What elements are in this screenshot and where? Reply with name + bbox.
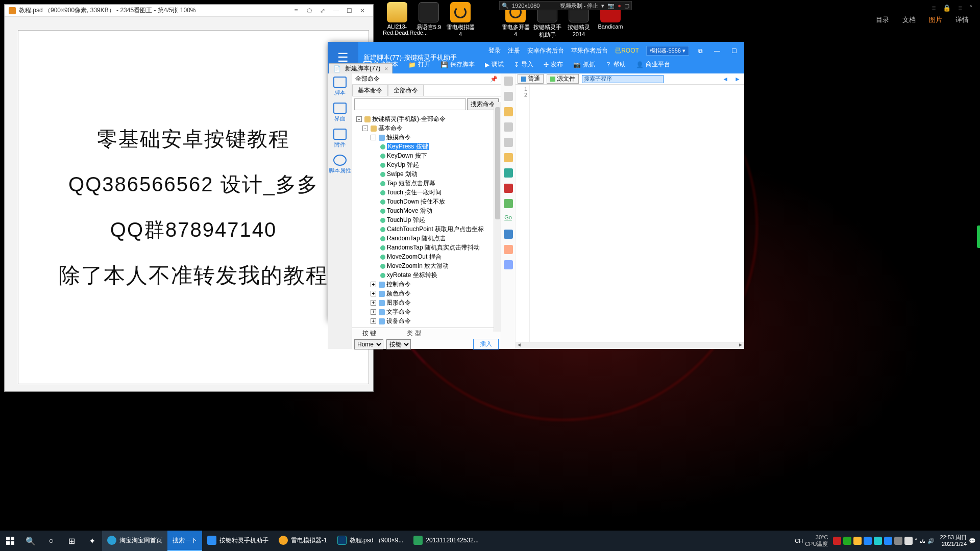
tree-group-touch[interactable]: 触摸命令 xyxy=(386,134,411,141)
rail-attachment[interactable]: 附件 xyxy=(333,129,347,148)
viewer-titlebar[interactable]: 教程.psd （900×900像素, 339KB） - 2345看图王 - 第4… xyxy=(5,5,373,17)
network-icon[interactable]: 🖧 xyxy=(920,538,925,544)
tree-item[interactable]: KeyDown 按下 xyxy=(387,152,427,159)
tree-group[interactable]: 图形命令 xyxy=(386,299,411,306)
dropdown-icon[interactable]: ▾ xyxy=(601,3,604,9)
volume-icon[interactable]: 🔊 xyxy=(927,538,935,544)
tab-close-icon[interactable]: × xyxy=(384,65,388,72)
tree-item[interactable]: KeyUp 弹起 xyxy=(387,161,419,168)
start-button[interactable] xyxy=(0,531,20,551)
popout-icon[interactable]: ⧉ xyxy=(696,47,705,55)
record-icon[interactable]: ● xyxy=(618,3,621,9)
temperature-widget[interactable]: 30°CCPU温度 xyxy=(805,534,828,547)
tree-item[interactable]: xyRotate 坐标转换 xyxy=(387,271,437,279)
nav-prev-icon[interactable]: ◄ xyxy=(721,76,730,83)
desktop-icon-eyuyan[interactable]: 易语言5.9 xyxy=(414,2,443,37)
rail-script[interactable]: 脚本 xyxy=(333,77,347,96)
business-button[interactable]: 👤商业平台 xyxy=(632,59,674,70)
device-selector[interactable]: 模拟器-5556 ▾ xyxy=(646,46,689,56)
tool-icon[interactable] xyxy=(504,138,513,147)
pin-icon[interactable]: ⬠ xyxy=(303,7,316,14)
chevron-up-icon[interactable]: ˄ xyxy=(915,538,918,544)
taskview-icon[interactable]: ⊞ xyxy=(61,531,82,551)
tab-image[interactable]: 图片 xyxy=(929,15,942,24)
link-register[interactable]: 注册 xyxy=(508,46,520,55)
tray-icon[interactable] xyxy=(904,537,913,545)
tree-group[interactable]: 颜色命令 xyxy=(386,290,411,297)
tree-group[interactable]: 文字命令 xyxy=(386,308,411,315)
tool-icon[interactable] xyxy=(504,245,513,254)
tray-icon[interactable] xyxy=(874,537,882,545)
camera-icon[interactable]: 📷 xyxy=(607,3,615,9)
taskbar-item-anjian[interactable]: 按键精灵手机助手 xyxy=(202,531,274,551)
taskbar-item-viewer[interactable]: 教程.psd （900×9... xyxy=(332,531,409,551)
import-button[interactable]: ↧导入 xyxy=(510,59,537,70)
taskbar-item-emulator[interactable]: 雷电模拟器-1 xyxy=(274,531,332,551)
tree-item-keypress[interactable]: KeyPress 按键 xyxy=(387,143,429,150)
tab-catalog[interactable]: 目录 xyxy=(876,15,889,24)
tab-basic-commands[interactable]: 基本命令 xyxy=(352,85,388,96)
tree-item[interactable]: RandomsTap 随机真实点击带抖动 xyxy=(387,244,480,251)
tray-icon[interactable] xyxy=(894,537,902,545)
tool-icon[interactable] xyxy=(504,184,513,193)
nav-next-icon[interactable]: ► xyxy=(733,76,742,83)
tab-all-commands[interactable]: 全部命令 xyxy=(388,85,424,96)
scrollbar-thumb[interactable] xyxy=(495,107,500,219)
link-login[interactable]: 登录 xyxy=(488,46,501,55)
code-text-area[interactable] xyxy=(530,85,744,342)
tree-group[interactable]: 设备命令 xyxy=(386,317,411,324)
command-search-input[interactable] xyxy=(354,98,466,110)
tray-icon[interactable] xyxy=(864,537,872,545)
open-button[interactable]: 📁打开 xyxy=(404,59,434,70)
tool-icon[interactable] xyxy=(504,199,513,208)
view-mode-normal[interactable]: 普通 xyxy=(518,74,544,84)
insert-button[interactable]: 插入 xyxy=(473,339,499,349)
app-pinned-icon[interactable]: ✦ xyxy=(82,531,102,551)
ime-indicator[interactable]: CH xyxy=(795,538,803,544)
taskbar-item-doc[interactable]: 20131120142532... xyxy=(408,531,483,551)
close-icon[interactable]: ▢ xyxy=(624,3,629,9)
publish-button[interactable]: ✣发布 xyxy=(540,59,567,70)
taskbar-clock[interactable]: 22:53 周日2021/1/24 xyxy=(940,534,967,547)
fullscreen-icon[interactable]: ⤢ xyxy=(316,7,329,14)
search-icon[interactable]: 🔍 xyxy=(20,531,41,551)
capture-button[interactable]: 📷抓抓 xyxy=(569,59,599,70)
tool-icon[interactable] xyxy=(504,153,513,162)
go-icon[interactable]: Go xyxy=(504,214,512,223)
tree-item[interactable]: TouchDown 按住不放 xyxy=(387,198,445,205)
tool-icon[interactable] xyxy=(504,77,513,86)
maximize-button[interactable]: ☐ xyxy=(729,47,739,55)
tab-detail[interactable]: 详情 xyxy=(955,15,969,24)
desktop-icon-leidian[interactable]: 雷电模拟器4 xyxy=(446,2,475,37)
tool-icon[interactable] xyxy=(504,230,513,239)
document-tab[interactable]: 📄 新建脚本(77) × xyxy=(329,63,393,73)
rail-properties[interactable]: 脚本属性 xyxy=(329,155,351,174)
tree-item[interactable]: MoveZoomOut 捏合 xyxy=(387,253,442,260)
edge-handle[interactable] xyxy=(977,226,980,248)
view-mode-source[interactable]: 源文件 xyxy=(547,74,579,84)
command-tree[interactable]: -按键精灵(手机版)-全部命令 -基本命令 -触摸命令 KeyPress 按键 … xyxy=(352,112,501,328)
tree-root[interactable]: 按键精灵(手机版)-全部命令 xyxy=(372,115,446,122)
tool-icon[interactable] xyxy=(504,122,513,132)
viewer-canvas[interactable]: 零基础安卓按键教程 QQ386566562 设计_多多 QQ群878947140… xyxy=(18,30,369,384)
cortana-icon[interactable]: ○ xyxy=(41,531,61,551)
menu-icon[interactable]: ≡ xyxy=(958,4,962,12)
tree-item[interactable]: Touch 按住一段时间 xyxy=(387,189,442,196)
minimize-button[interactable]: — xyxy=(329,7,342,14)
tree-group[interactable]: 控制命令 xyxy=(386,281,411,288)
lock-icon[interactable]: 🔒 xyxy=(943,4,951,12)
help-button[interactable]: ？帮助 xyxy=(601,59,630,70)
horizontal-scrollbar[interactable] xyxy=(516,342,744,349)
taskbar-item-browser[interactable]: 淘宝淘宝网首页 xyxy=(102,531,167,551)
save-button[interactable]: 💾保存脚本 xyxy=(436,59,479,70)
tab-document[interactable]: 文档 xyxy=(902,15,916,24)
tool-icon[interactable] xyxy=(504,168,513,178)
subroutine-search-input[interactable] xyxy=(582,75,664,83)
tree-item[interactable]: Tap 短暂点击屏幕 xyxy=(387,180,435,187)
tool-icon[interactable] xyxy=(504,107,513,116)
minimize-button[interactable]: — xyxy=(712,47,722,55)
tree-item[interactable]: MoveZoomIn 放大滑动 xyxy=(387,262,449,269)
tray-icon[interactable] xyxy=(843,537,851,545)
desktop-icon-ali213[interactable]: ALI213-Red.Dead.Rede... xyxy=(383,2,411,37)
tree-item[interactable]: RandomTap 随机点击 xyxy=(387,235,446,242)
